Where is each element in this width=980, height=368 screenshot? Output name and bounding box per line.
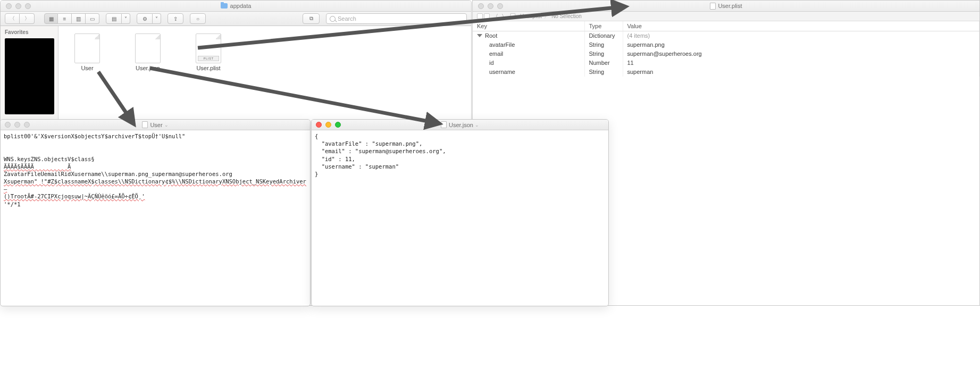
back-button[interactable]: 〈 <box>5 13 20 24</box>
textedit-json-content[interactable]: { "avatarFile" : "superman.png", "email"… <box>312 130 608 180</box>
minimize-icon[interactable] <box>14 122 20 128</box>
textedit-user-title: User <box>150 122 162 128</box>
textedit-json-window: User.json ⌄ { "avatarFile" : "superman.p… <box>311 119 609 306</box>
finder-traffic-lights[interactable] <box>6 3 31 9</box>
action-group: ⚙ ˅ <box>137 13 161 24</box>
close-icon[interactable] <box>316 122 322 128</box>
minimize-icon[interactable] <box>325 122 331 128</box>
dropbox-icon: ⧉ <box>309 15 313 22</box>
plist-key: id <box>489 60 494 66</box>
arrange-menu[interactable]: ˅ <box>122 13 130 24</box>
close-icon[interactable] <box>6 3 12 9</box>
plist-value: 11 <box>623 58 979 68</box>
file-label: User.json <box>136 65 160 71</box>
sidebar-preview-thumb[interactable] <box>5 38 54 114</box>
action-button[interactable]: ⚙ <box>137 13 153 24</box>
chevron-down-icon[interactable]: ⌄ <box>164 122 169 128</box>
plist-row[interactable]: idNumber11 <box>473 58 979 68</box>
zoom-icon[interactable] <box>25 3 31 9</box>
plist-view-buttons[interactable] <box>477 13 490 19</box>
textedit-user-content[interactable]: bplist00'&'X$versionX$objectsY$archiverT… <box>1 130 310 210</box>
textedit-user-window: User ⌄ bplist00'&'X$versionX$objectsY$ar… <box>0 119 311 306</box>
plist-value: (4 items) <box>623 31 979 40</box>
search-placeholder: Search <box>338 15 356 22</box>
textedit-user-traffic[interactable] <box>5 122 30 128</box>
plist-traffic-lights[interactable] <box>478 3 503 9</box>
file-item-user-plist[interactable]: PLIST User.plist <box>190 34 227 71</box>
zoom-icon[interactable] <box>24 122 30 128</box>
tags-button[interactable]: ○ <box>190 13 206 24</box>
breadcrumb-file[interactable]: User.plist <box>520 13 542 19</box>
plist-titlebar: User.plist <box>473 1 979 12</box>
file-item-user[interactable]: User <box>69 34 105 71</box>
blank-file-icon <box>135 34 161 63</box>
textedit-json-titlebar: User.json ⌄ <box>312 120 608 130</box>
document-icon <box>441 121 447 128</box>
plist-key: Root <box>485 32 497 39</box>
breadcrumb-separator: 〉 <box>544 13 549 20</box>
plist-key: username <box>489 69 515 75</box>
back-icon[interactable]: 〈 <box>493 13 498 20</box>
document-icon <box>142 121 148 128</box>
file-label: User <box>81 65 93 71</box>
finder-title-text: appdata <box>230 3 252 9</box>
file-label: User.plist <box>196 65 220 71</box>
plist-toolbar: 〈 〉 User.plist 〉 No Selection <box>473 12 979 21</box>
search-input[interactable]: Search <box>326 13 467 24</box>
share-button[interactable]: ⇪ <box>167 13 183 24</box>
chevron-down-icon[interactable]: ⌄ <box>475 122 479 128</box>
col-key[interactable]: Key <box>473 21 584 31</box>
plist-type: Dictionary <box>584 31 623 40</box>
plist-value: superman.png <box>623 40 979 49</box>
minimize-icon[interactable] <box>15 3 21 9</box>
col-value[interactable]: Value <box>623 21 979 31</box>
close-icon[interactable] <box>478 3 484 9</box>
finder-titlebar: appdata <box>1 1 471 12</box>
forward-button[interactable]: 〉 <box>20 13 35 24</box>
plist-type: String <box>584 68 623 77</box>
plist-type: Number <box>584 58 623 68</box>
view-coverflow-button[interactable]: ▭ <box>86 13 99 24</box>
view-icons-button[interactable]: ▦ <box>44 13 58 24</box>
plist-file-icon: PLIST <box>196 34 221 63</box>
plist-row[interactable]: emailStringsuperman@superheroes.org <box>473 49 979 58</box>
zoom-icon[interactable] <box>335 122 341 128</box>
breadcrumb: User.plist 〉 No Selection <box>510 13 582 20</box>
plist-key: email <box>489 51 503 57</box>
forward-icon[interactable]: 〉 <box>501 13 507 20</box>
arrange-button[interactable]: ▤ <box>106 13 122 24</box>
plist-badge: PLIST <box>198 56 219 61</box>
document-icon <box>710 3 716 10</box>
zoom-icon[interactable] <box>497 3 503 9</box>
view-columns-button[interactable]: ▥ <box>72 13 86 24</box>
nav-buttons: 〈 〉 <box>5 13 35 24</box>
view-mode-buttons: ▦ ≡ ▥ ▭ <box>44 13 99 24</box>
arrange-group: ▤ ˅ <box>106 13 130 24</box>
finder-toolbar: 〈 〉 ▦ ≡ ▥ ▭ ▤ ˅ ⚙ ˅ ⇪ ○ ⧉ Search <box>1 12 471 26</box>
plist-row-root[interactable]: RootDictionary(4 items) <box>473 31 979 40</box>
blank-file-icon <box>74 34 100 63</box>
gear-icon: ⚙ <box>143 16 147 22</box>
plist-key: avatarFile <box>489 41 515 48</box>
disclosure-triangle-icon[interactable] <box>477 34 482 37</box>
action-menu[interactable]: ˅ <box>153 13 161 24</box>
view-list-button[interactable]: ≡ <box>58 13 72 24</box>
dropbox-button[interactable]: ⧉ <box>303 13 320 24</box>
plist-row[interactable]: avatarFileStringsuperman.png <box>473 40 979 49</box>
plist-row[interactable]: usernameStringsuperman <box>473 68 979 77</box>
finder-title: appdata <box>221 3 252 9</box>
document-icon <box>510 13 515 19</box>
textedit-json-title: User.json <box>449 122 473 128</box>
search-icon <box>330 16 336 22</box>
plist-table: Key Type Value RootDictionary(4 items)av… <box>473 21 979 77</box>
minimize-icon[interactable] <box>488 3 493 9</box>
share-icon: ⇪ <box>173 16 178 22</box>
close-icon[interactable] <box>5 122 11 128</box>
textedit-json-traffic[interactable] <box>316 122 341 128</box>
breadcrumb-selection: No Selection <box>551 13 582 19</box>
plist-type: String <box>584 49 623 58</box>
col-type[interactable]: Type <box>584 21 623 31</box>
sidebar-favorites-header: Favorites <box>1 28 58 36</box>
file-item-user-json[interactable]: User.json <box>130 34 166 71</box>
textedit-user-titlebar: User ⌄ <box>1 120 310 130</box>
